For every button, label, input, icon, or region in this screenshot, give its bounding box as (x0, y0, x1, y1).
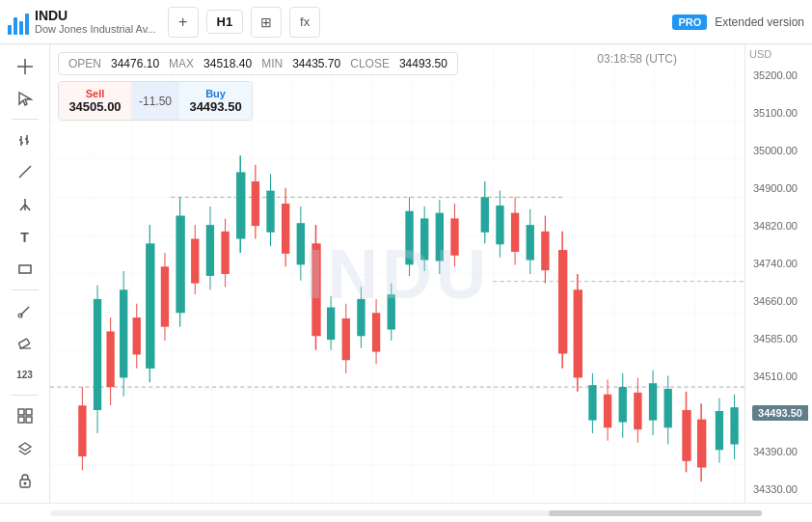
svg-rect-21 (26, 417, 32, 423)
svg-rect-79 (405, 211, 413, 265)
price-change: -11.50 (131, 82, 179, 120)
svg-rect-18 (18, 409, 24, 415)
number-tag-tool[interactable]: 123 (8, 361, 42, 390)
svg-rect-109 (649, 383, 657, 420)
svg-rect-19 (26, 409, 32, 415)
brush-tool[interactable] (8, 296, 42, 325)
price-tick: 34900.00 (749, 182, 808, 194)
text-tool[interactable]: T (8, 223, 42, 252)
pitchfork-tool[interactable] (8, 190, 42, 219)
svg-rect-77 (388, 294, 395, 329)
open-value: 34476.10 (111, 57, 159, 70)
cursor-tool[interactable] (8, 85, 42, 114)
header: INDU Dow Jones Industrial Av... + H1 ⊞ f… (0, 0, 812, 44)
svg-rect-61 (266, 191, 274, 233)
svg-rect-65 (297, 223, 305, 264)
symbol-description: Dow Jones Industrial Av... (35, 23, 156, 36)
svg-rect-73 (357, 299, 365, 336)
svg-rect-85 (450, 218, 458, 255)
indicators-button[interactable]: ⊞ (251, 7, 282, 38)
svg-point-26 (23, 482, 26, 485)
number-tag-icon: 123 (16, 370, 33, 380)
svg-marker-22 (19, 443, 31, 451)
svg-rect-93 (527, 225, 534, 260)
svg-line-24 (25, 451, 31, 454)
buy-label: Buy (189, 88, 242, 99)
svg-rect-75 (372, 313, 380, 351)
svg-rect-39 (106, 331, 114, 387)
price-tick: 34510.00 (749, 371, 808, 382)
timeframe-button[interactable]: H1 (206, 10, 244, 34)
scroll-thumb[interactable] (549, 510, 762, 516)
min-label: MIN (261, 57, 283, 70)
buy-side[interactable]: Buy 34493.50 (179, 82, 252, 120)
svg-rect-57 (236, 172, 245, 238)
svg-rect-87 (481, 197, 489, 232)
price-tick: 35000.00 (749, 145, 808, 156)
price-tick: 34390.00 (749, 446, 808, 457)
svg-rect-51 (191, 239, 199, 284)
max-value: 34518.40 (203, 57, 252, 70)
svg-rect-43 (133, 317, 141, 354)
svg-rect-69 (327, 308, 335, 341)
svg-rect-95 (541, 232, 549, 270)
buy-price: 34493.50 (189, 99, 242, 114)
svg-marker-2 (19, 93, 31, 105)
eraser-tool[interactable] (8, 328, 42, 357)
svg-rect-91 (511, 213, 519, 252)
svg-rect-117 (716, 411, 723, 450)
formula-button[interactable]: fx (289, 7, 320, 38)
bottom-scroll-bar (0, 503, 812, 522)
trend-line-tool[interactable] (8, 158, 42, 187)
svg-rect-89 (496, 206, 503, 244)
svg-rect-103 (604, 395, 611, 428)
bid-ask-box: Sell 34505.00 -11.50 Buy 34493.50 (58, 81, 253, 121)
svg-rect-53 (206, 225, 214, 276)
svg-rect-115 (697, 420, 706, 468)
bar-chart-tool[interactable] (8, 125, 42, 154)
svg-rect-49 (176, 216, 184, 314)
price-tick: 34330.00 (749, 483, 808, 495)
svg-rect-97 (558, 250, 567, 353)
svg-rect-83 (436, 213, 444, 261)
all-objects-tool[interactable] (8, 401, 42, 430)
price-axis: USD 35200.0035100.0035000.0034900.003482… (744, 44, 812, 503)
sell-price: 34505.00 (68, 99, 122, 114)
svg-rect-59 (252, 181, 259, 226)
svg-rect-63 (282, 204, 289, 254)
current-price-tag: 34493.50 (752, 405, 808, 421)
svg-line-9 (19, 166, 31, 178)
crosshair-tool[interactable] (8, 52, 42, 81)
rectangle-tool[interactable] (8, 255, 42, 284)
svg-rect-41 (120, 289, 127, 377)
price-tick: 35100.00 (749, 107, 808, 119)
svg-rect-71 (342, 318, 350, 360)
price-tick: 34820.00 (749, 220, 808, 232)
svg-rect-13 (19, 265, 31, 273)
extended-version-label: Extended version (715, 15, 804, 29)
add-instrument-button[interactable]: + (168, 7, 199, 38)
toolbar-divider-2 (12, 289, 39, 290)
ohlc-bar: OPEN 34476.10 MAX 34518.40 MIN 34435.70 … (58, 52, 458, 75)
symbol-info: INDU Dow Jones Industrial Av... (35, 8, 156, 37)
symbol-logo-area: INDU Dow Jones Industrial Av... (8, 8, 156, 37)
svg-rect-101 (588, 385, 596, 420)
svg-rect-99 (574, 289, 582, 377)
svg-rect-119 (730, 407, 738, 444)
svg-rect-47 (161, 266, 169, 326)
main-area: T 123 (0, 44, 812, 503)
svg-rect-107 (634, 393, 641, 429)
svg-rect-37 (94, 299, 101, 410)
layers-tool[interactable] (8, 434, 42, 463)
svg-rect-35 (78, 405, 86, 456)
svg-rect-111 (664, 389, 672, 427)
scroll-track[interactable] (50, 510, 762, 516)
chart-area[interactable]: OPEN 34476.10 MAX 34518.40 MIN 34435.70 … (50, 44, 744, 503)
svg-rect-16 (18, 339, 30, 348)
symbol-name: INDU (35, 8, 156, 24)
svg-rect-55 (221, 232, 229, 274)
price-tick: 34660.00 (749, 295, 808, 307)
timestamp: 03:18:58 (UTC) (597, 52, 677, 66)
lock-tool[interactable] (8, 467, 42, 496)
sell-side[interactable]: Sell 34505.00 (59, 82, 131, 120)
